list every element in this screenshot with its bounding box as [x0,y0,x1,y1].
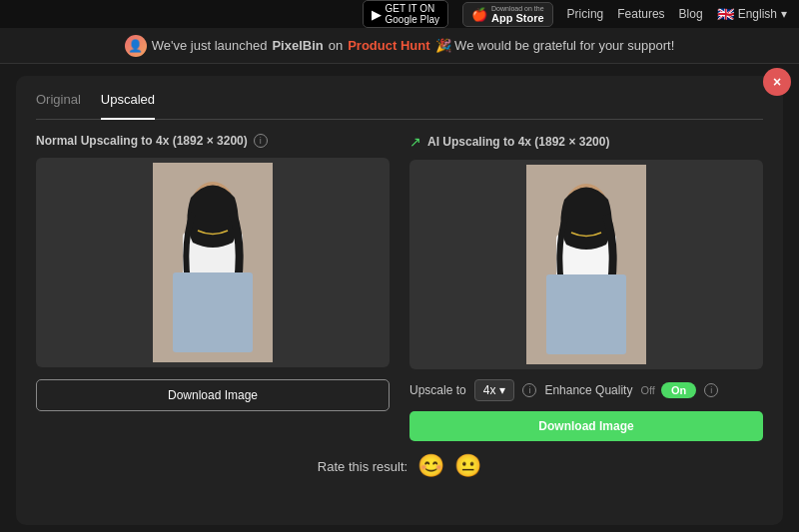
banner-brand: PixelBin [272,38,323,53]
pricing-link[interactable]: Pricing [567,7,604,21]
controls-row: Upscale to 4x ▾ i Enhance Quality Off On… [409,379,763,401]
tab-bar: Original Upscaled [36,92,763,120]
apple-icon: 🍎 [471,7,487,22]
normal-panel-title: Normal Upscaling to 4x (1892 × 3200) i [36,134,390,148]
top-nav: ▶ GET IT ON Google Play 🍎 Download on th… [0,0,799,28]
normal-upscale-panel: Normal Upscaling to 4x (1892 × 3200) i [36,134,390,441]
rating-label: Rate this result: [318,459,407,474]
banner-platform: Product Hunt [348,38,429,53]
app-store-button[interactable]: 🍎 Download on the App Store [462,2,553,27]
language-selector[interactable]: 🇬🇧 English ▾ [717,6,787,22]
blog-link[interactable]: Blog [679,7,703,21]
upscale-info-icon[interactable]: i [522,383,536,397]
ai-upscale-panel: ↗ AI Upscaling to 4x (1892 × 3200) [409,134,763,441]
upscale-value: 4x [483,383,496,397]
comparison-row: Normal Upscaling to 4x (1892 × 3200) i [36,134,763,441]
svg-rect-3 [173,272,253,352]
ai-download-button[interactable]: Download Image [409,411,763,441]
toggle-on-label: On [661,382,696,398]
main-panel: × Original Upscaled Normal Upscaling to … [16,76,783,525]
neutral-rating-button[interactable]: 😐 [454,453,481,479]
gplay-label-main: Google Play [386,14,439,25]
ai-upscale-icon: ↗ [409,134,421,150]
lang-label: English [738,7,777,21]
enhance-info-icon[interactable]: i [704,383,718,397]
svg-rect-7 [546,274,626,354]
ai-controls-area: Upscale to 4x ▾ i Enhance Quality Off On… [409,379,763,441]
upscale-select[interactable]: 4x ▾ [474,379,515,401]
tab-original[interactable]: Original [36,92,81,111]
banner-text-after: 🎉 We would be grateful for your support! [435,38,675,53]
upscale-label: Upscale to [409,383,466,397]
normal-download-button[interactable]: Download Image [36,379,390,411]
banner-text-before: We've just launched [152,38,268,53]
banner-text-on: on [329,38,343,53]
announcement-banner: 👤 We've just launched PixelBin on Produc… [0,28,799,64]
flag-icon: 🇬🇧 [717,6,734,22]
good-rating-button[interactable]: 😊 [417,453,444,479]
chevron-down-icon: ▾ [781,7,787,21]
appstore-label-top: Download on the [491,5,544,12]
upscale-chevron-icon: ▾ [499,383,505,397]
features-link[interactable]: Features [617,7,664,21]
toggle-off-label: Off [640,384,654,396]
banner-avatar: 👤 [125,35,147,57]
gplay-label-top: GET IT ON [386,3,439,14]
ai-title-text: AI Upscaling to 4x (1892 × 3200) [427,135,609,149]
normal-info-icon[interactable]: i [254,134,268,148]
normal-image-box [36,158,390,367]
close-button[interactable]: × [763,68,791,96]
tab-upscaled[interactable]: Upscaled [101,92,155,120]
rating-row: Rate this result: 😊 😐 [36,453,763,479]
normal-image-svg [153,163,273,362]
enhance-label: Enhance Quality [544,383,632,397]
google-play-button[interactable]: ▶ GET IT ON Google Play [363,0,448,28]
ai-image-box [409,160,763,369]
ai-image-svg [526,165,646,364]
appstore-label-main: App Store [491,12,544,24]
enhance-toggle[interactable]: Off On [640,382,696,398]
ai-panel-title: ↗ AI Upscaling to 4x (1892 × 3200) [409,134,763,150]
google-play-icon: ▶ [372,7,382,22]
normal-title-text: Normal Upscaling to 4x (1892 × 3200) [36,134,248,148]
